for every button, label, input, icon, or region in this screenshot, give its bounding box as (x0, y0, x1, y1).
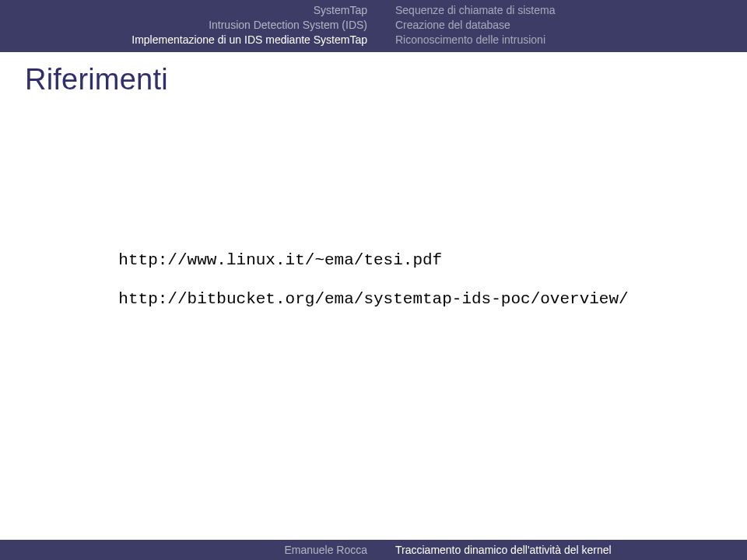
reference-link-thesis[interactable]: http://www.linux.it/~ema/tesi.pdf (118, 249, 628, 272)
footer-talk-title: Tracciamento dinamico dell'attività del … (381, 540, 747, 560)
reference-link-bitbucket[interactable]: http://bitbucket.org/ema/systemtap-ids-p… (118, 288, 628, 311)
slide: SystemTap Intrusion Detection System (ID… (0, 0, 747, 560)
footer-author: Emanuele Rocca (0, 540, 381, 560)
slide-title: Riferimenti (0, 52, 747, 96)
header-left-column: SystemTap Intrusion Detection System (ID… (0, 3, 381, 47)
nav-section-systemtap[interactable]: SystemTap (0, 3, 367, 18)
slide-footer: Emanuele Rocca Tracciamento dinamico del… (0, 540, 747, 560)
nav-section-implementazione[interactable]: Implementazione di un IDS mediante Syste… (0, 33, 367, 47)
nav-sub-creazione[interactable]: Creazione del database (395, 18, 747, 33)
nav-sub-sequenze[interactable]: Sequenze di chiamate di sistema (395, 3, 747, 18)
nav-sub-riconoscimento[interactable]: Riconoscimento delle intrusioni (395, 33, 747, 47)
slide-body: http://www.linux.it/~ema/tesi.pdf http:/… (118, 249, 628, 312)
nav-section-ids[interactable]: Intrusion Detection System (IDS) (0, 18, 367, 33)
header-right-column: Sequenze di chiamate di sistema Creazion… (381, 3, 747, 47)
slide-header: SystemTap Intrusion Detection System (ID… (0, 0, 747, 52)
